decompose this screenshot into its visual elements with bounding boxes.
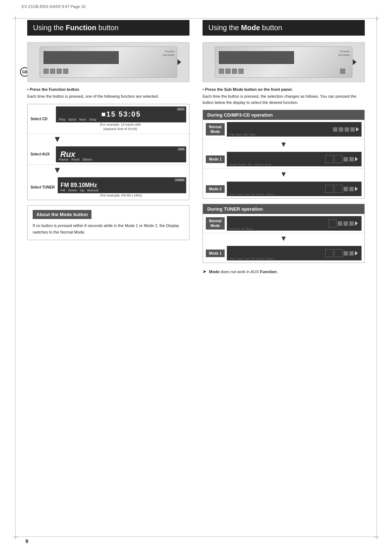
cd-mode1-btns-container <box>325 155 359 163</box>
tuner-arrow-1: ▼ <box>203 233 364 244</box>
left-title-thin: Using the <box>33 24 66 32</box>
step-tuner-badge: TUNER <box>174 178 185 182</box>
step-tuner-text: FM 89.10MHz <box>61 182 97 189</box>
right-column: Using the Mode button Function Sub Mode <box>196 20 372 535</box>
arrow-1: ▼ <box>28 134 189 144</box>
device-rbtn-5 <box>340 69 345 74</box>
step-cd-caption: (For example, 15 tracks withplayback tim… <box>54 122 186 131</box>
about-title: About the Mode button <box>33 210 91 219</box>
left-border <box>15 18 16 534</box>
tuner-mode1-display: PzzaClassicRockPopPond-OnSBass-1 <box>227 246 362 260</box>
device-btn-row-left <box>44 69 173 74</box>
right-bullet-label: • Press the Sub Mode button on the front… <box>203 87 365 92</box>
top-border <box>15 18 377 19</box>
cd-mode2-sublabels: PzzaClassicRockPopPond-OnSBass-1 <box>230 193 275 195</box>
cd-mode2-dashed-2 <box>334 185 342 193</box>
cd-normal-sublabels: PlayBackNextStop <box>230 133 255 136</box>
tuner-normal-label: NormalMode <box>206 217 225 230</box>
device-rbtn-4 <box>238 69 244 74</box>
left-title-suffix: button <box>97 24 119 32</box>
tuner-mode1-arrow <box>355 251 358 255</box>
left-bullet-label: • Press the Function button <box>27 87 189 92</box>
step-cd-label: Select CD <box>30 117 53 121</box>
corner-tr <box>374 16 379 21</box>
cd-mode1-dashed-2 <box>334 155 342 163</box>
cd-mode2: Mode 2 PzzaClassicRockPopPond-OnSBass-1 <box>203 179 364 198</box>
page-number: 9 <box>25 538 28 544</box>
cd-mode1-display: RepeatRandomRpt 1Rand-OnRpt All <box>227 152 362 166</box>
meta-info: EV-Z1GB-RDS 6/4/03 9:47 Page 10 <box>22 4 86 9</box>
steps-box: Select CD ■15 53:05 DISC PlayBackNextSto… <box>27 104 189 200</box>
device-rbtn-2 <box>225 69 230 74</box>
page-header: EV-Z1GB-RDS 6/4/03 9:47 Page 10 <box>22 4 370 9</box>
device-rbtn-1 <box>219 69 224 74</box>
corner-tl <box>13 16 18 21</box>
cd-mode2-display: PzzaClassicRockPopPond-OnSBass-1 <box>227 182 362 196</box>
note-content: does not work in AUX <box>221 270 260 274</box>
device-display-right <box>219 51 294 64</box>
step-tuner-label: Select TUNER <box>30 185 55 190</box>
step-cd-sub: PlayBackNextStop <box>59 118 97 121</box>
note-function: Function <box>260 270 277 274</box>
cd-normal-btn-4 <box>350 127 355 132</box>
step-cd-content: ■15 53:05 DISC PlayBackNextStop (For exa… <box>54 106 186 131</box>
cd-mode2-arrow <box>355 187 358 191</box>
tuner-mode1-label: Mode 1 <box>206 250 225 257</box>
cd-normal-label: NormalMode <box>206 123 225 135</box>
cd-mode1: Mode 1 RepeatRandomRpt 1Rand-OnRpt All <box>203 150 364 169</box>
cd-section-title: During CD/MP3-CD operation <box>203 110 364 120</box>
cd-arrow-1: ▼ <box>203 139 364 150</box>
cd-normal-btn-3 <box>344 127 349 132</box>
cd-normal-btn-1 <box>333 127 338 132</box>
about-text: If no button is pressed within 8 seconds… <box>33 223 184 235</box>
note-text: ➤ Mode does not work in AUX Function . <box>203 268 365 275</box>
cd-arrow-2: ▼ <box>203 169 364 179</box>
bottom-border <box>15 536 377 537</box>
step-cd-display: ■15 53:05 DISC PlayBackNextStop <box>56 106 186 122</box>
cd-normal-display: PlayBackNextStop <box>227 122 362 137</box>
right-bullet-text: Each time the button is pressed, the sel… <box>203 93 365 105</box>
step-aux-badge: AUX <box>177 147 185 151</box>
tuner-mode1-btn-2 <box>349 251 354 256</box>
step-aux-label: Select AUX <box>30 152 53 157</box>
cd-mode1-dashed-1 <box>325 155 333 163</box>
tuner-normal-btn-3 <box>349 221 354 226</box>
step-tuner: Select TUNER FM 89.10MHz TUNER FMDownUpM… <box>28 175 189 200</box>
tuner-section: During TUNER operation NormalMode FMDown… <box>203 204 365 263</box>
tuner-normal-btns-container <box>328 219 359 227</box>
device-btn-row-right <box>219 69 348 74</box>
device-btn-2 <box>50 69 55 74</box>
step-aux-content: Rux AUX PauseRandSBass <box>54 146 186 162</box>
right-title-suffix: button <box>260 24 282 32</box>
device-arrow-right <box>353 59 356 65</box>
tuner-mode1-btn-1 <box>343 251 348 256</box>
cd-section: During CD/MP3-CD operation NormalMode Pl… <box>203 110 365 199</box>
step-aux-sub: PauseRandSBass <box>59 158 93 161</box>
cd-mode2-label: Mode 2 <box>206 185 225 193</box>
main-content: Using the Function button Function Sub M… <box>20 20 372 535</box>
tuner-normal-display: FMDownUpManual <box>227 216 362 231</box>
right-title-bold: Mode <box>241 24 260 32</box>
device-display-left <box>44 51 119 64</box>
tuner-section-title: During TUNER operation <box>203 204 364 214</box>
cd-mode1-btn-1 <box>343 157 348 162</box>
note-arrow: ➤ <box>203 269 207 274</box>
device-arrow-left <box>177 59 181 65</box>
mode-arrow-indicator <box>346 69 348 73</box>
left-column: Using the Function button Function Sub M… <box>20 20 196 535</box>
tuner-mode1-dashed-2 <box>334 249 342 257</box>
step-tuner-sub: FMDownUpManual <box>61 189 99 192</box>
corner-br <box>374 534 379 539</box>
note-mode: Mode <box>209 270 220 274</box>
step-aux-display: Rux AUX PauseRandSBass <box>56 146 186 162</box>
device-inner-left: Function Sub Mode <box>40 46 177 78</box>
cd-mode2-dashed-1 <box>325 185 333 193</box>
cd-mode1-btn-2 <box>349 157 354 162</box>
cd-mode2-btn-1 <box>343 187 348 191</box>
tuner-normal-btn-2 <box>343 221 348 226</box>
tuner-normal-btn-1 <box>338 221 342 226</box>
device-labels-left: Function Sub Mode <box>163 50 175 57</box>
tuner-normal-arrow <box>355 221 358 226</box>
left-section-title: Using the Function button <box>27 20 189 36</box>
step-cd: Select CD ■15 53:05 DISC PlayBackNextSto… <box>28 104 189 134</box>
